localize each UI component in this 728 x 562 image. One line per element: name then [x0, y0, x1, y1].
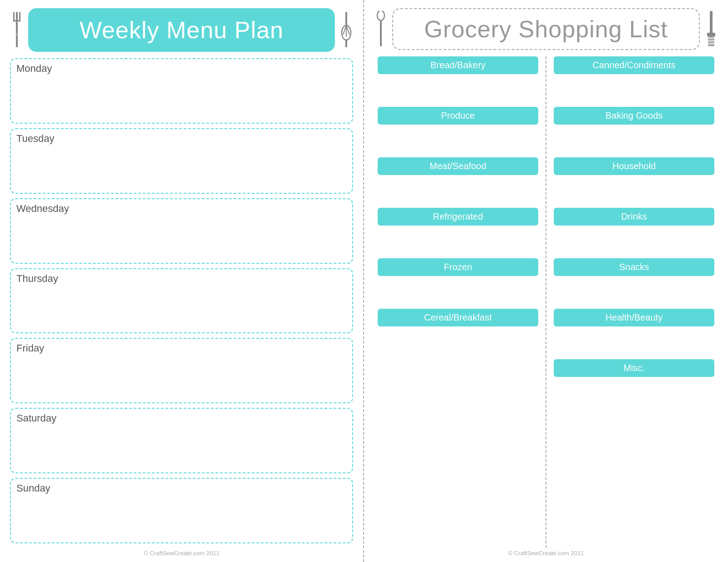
- svg-point-11: [377, 11, 384, 20]
- wednesday-label: Wednesday: [16, 203, 347, 215]
- canned-condiments-item: Canned/Condiments: [554, 56, 714, 104]
- grocery-col-2: Canned/Condiments Baking Goods Household…: [546, 56, 718, 548]
- svg-rect-10: [345, 39, 347, 47]
- svg-rect-4: [16, 35, 18, 47]
- thursday-label: Thursday: [16, 273, 347, 285]
- cereal-breakfast-item: Cereal/Breakfast: [378, 309, 538, 356]
- bread-bakery-item: Bread/Bakery: [378, 56, 538, 104]
- saturday-box[interactable]: Saturday: [10, 408, 353, 473]
- menu-title-box: Weekly Menu Plan: [28, 8, 335, 52]
- weekly-menu-section: Weekly Menu Plan Monday Tuesday Wednesda…: [0, 0, 364, 562]
- drinks-item: Drinks: [554, 208, 714, 256]
- svg-rect-2: [19, 12, 20, 22]
- household-label: Household: [554, 157, 714, 175]
- grocery-title-box: Grocery Shopping List: [392, 8, 700, 50]
- thursday-box[interactable]: Thursday: [10, 268, 353, 334]
- snacks-label: Snacks: [554, 258, 714, 276]
- wednesday-box[interactable]: Wednesday: [10, 198, 353, 264]
- whisk-icon: [339, 12, 353, 48]
- spatula-icon: [704, 11, 718, 47]
- tuesday-box[interactable]: Tuesday: [10, 128, 353, 194]
- svg-rect-3: [15, 20, 19, 21]
- cereal-breakfast-label: Cereal/Breakfast: [378, 309, 538, 326]
- grocery-header: Grocery Shopping List: [374, 8, 718, 50]
- produce-label: Produce: [378, 107, 538, 125]
- spoon-icon: [374, 11, 388, 47]
- monday-label: Monday: [16, 63, 347, 75]
- refrigerated-label: Refrigerated: [378, 208, 538, 226]
- canned-condiments-label: Canned/Condiments: [554, 56, 714, 74]
- svg-rect-5: [345, 12, 347, 25]
- frozen-label: Frozen: [378, 258, 538, 276]
- refrigerated-item: Refrigerated: [378, 208, 538, 256]
- sunday-box[interactable]: Sunday: [10, 478, 353, 543]
- baking-goods-label: Baking Goods: [554, 107, 714, 125]
- grocery-title: Grocery Shopping List: [407, 15, 685, 43]
- bread-bakery-label: Bread/Bakery: [378, 56, 538, 74]
- frozen-item: Frozen: [378, 258, 538, 306]
- tuesday-label: Tuesday: [16, 133, 347, 145]
- left-copyright: © CraftSewCreate.com 2011: [10, 550, 353, 557]
- misc-item: Misc.: [554, 359, 714, 407]
- menu-title: Weekly Menu Plan: [46, 16, 317, 44]
- meat-seafood-label: Meat/Seafood: [378, 157, 538, 175]
- monday-box[interactable]: Monday: [10, 58, 353, 124]
- menu-header: Weekly Menu Plan: [10, 8, 353, 52]
- drinks-label: Drinks: [554, 208, 714, 226]
- right-copyright: © CraftSewCreate.com 2011: [374, 550, 718, 557]
- svg-rect-12: [380, 20, 382, 46]
- fork-icon: [10, 12, 24, 48]
- grocery-columns: Bread/Bakery Produce Meat/Seafood Refrig…: [374, 56, 718, 548]
- saturday-label: Saturday: [16, 412, 347, 424]
- sunday-label: Sunday: [16, 482, 347, 494]
- friday-box[interactable]: Friday: [10, 338, 353, 403]
- health-beauty-label: Health/Beauty: [554, 309, 714, 326]
- friday-label: Friday: [16, 342, 347, 354]
- svg-rect-13: [710, 11, 713, 34]
- health-beauty-item: Health/Beauty: [554, 309, 714, 356]
- grocery-section: Grocery Shopping List Bread/Bakery Produ…: [364, 0, 728, 562]
- svg-rect-0: [16, 12, 18, 35]
- snacks-item: Snacks: [554, 258, 714, 306]
- grocery-col-1: Bread/Bakery Produce Meat/Seafood Refrig…: [374, 56, 546, 548]
- misc-label: Misc.: [554, 359, 714, 377]
- household-item: Household: [554, 157, 714, 205]
- produce-item: Produce: [378, 107, 538, 155]
- baking-goods-item: Baking Goods: [554, 107, 714, 155]
- svg-rect-1: [13, 12, 15, 22]
- meat-seafood-item: Meat/Seafood: [378, 157, 538, 205]
